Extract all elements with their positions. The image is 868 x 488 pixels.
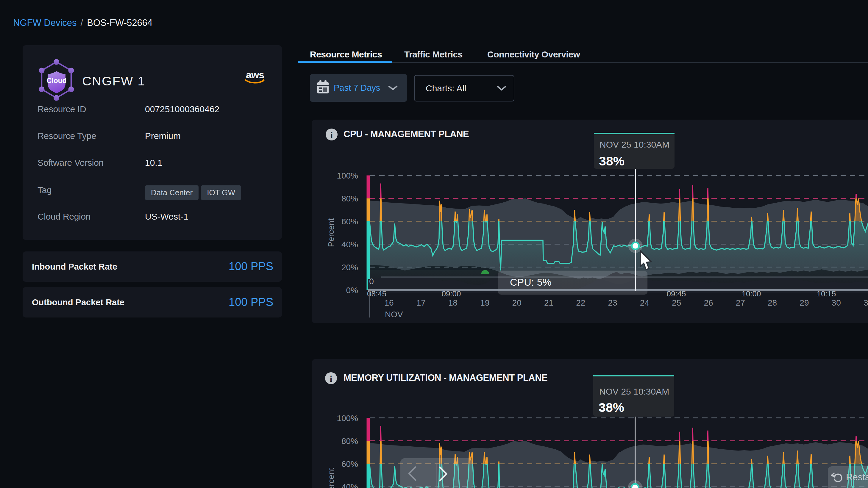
svg-text:31: 31 (864, 298, 868, 307)
svg-text:40%: 40% (341, 240, 358, 249)
svg-text:NOV 25 10:30AM: NOV 25 10:30AM (599, 387, 669, 396)
svg-text:80%: 80% (341, 194, 358, 203)
svg-text:17: 17 (416, 298, 426, 307)
svg-text:16: 16 (384, 298, 394, 307)
svg-text:09:00: 09:00 (441, 289, 461, 298)
svg-text:0: 0 (369, 277, 374, 286)
svg-text:18: 18 (448, 298, 458, 307)
svg-text:38%: 38% (599, 400, 624, 415)
svg-text:28: 28 (768, 298, 777, 307)
svg-text:25: 25 (672, 298, 681, 307)
svg-text:60%: 60% (341, 217, 358, 226)
svg-text:21: 21 (544, 298, 553, 307)
svg-text:30: 30 (832, 298, 841, 307)
svg-text:aws: aws (246, 69, 264, 80)
svg-text:Percent: Percent (327, 219, 336, 247)
svg-text:24: 24 (640, 298, 649, 307)
svg-text:60%: 60% (341, 459, 358, 469)
svg-text:100%: 100% (337, 414, 358, 423)
svg-text:23: 23 (608, 298, 617, 307)
svg-text:09:45: 09:45 (666, 289, 686, 298)
svg-text:Restart: Restart (846, 472, 868, 482)
svg-text:40%: 40% (341, 482, 358, 488)
svg-text:29: 29 (800, 298, 809, 307)
svg-text:27: 27 (736, 298, 745, 307)
svg-text:80%: 80% (341, 436, 358, 446)
svg-text:20%: 20% (341, 263, 358, 272)
svg-text:Cloud: Cloud (46, 76, 67, 85)
svg-text:0%: 0% (346, 286, 358, 295)
svg-text:26: 26 (704, 298, 713, 307)
svg-text:38%: 38% (599, 154, 624, 168)
svg-text:10:15: 10:15 (816, 289, 836, 298)
svg-text:20: 20 (512, 298, 522, 307)
svg-text:100%: 100% (337, 171, 358, 180)
svg-text:CPU: 5%: CPU: 5% (510, 276, 552, 288)
svg-text:10:00: 10:00 (742, 289, 761, 298)
svg-text:19: 19 (480, 298, 489, 307)
svg-text:Percent: Percent (327, 468, 336, 488)
svg-text:NOV: NOV (385, 310, 403, 319)
svg-text:22: 22 (576, 298, 585, 307)
svg-text:NOV 25 10:30AM: NOV 25 10:30AM (599, 139, 670, 150)
